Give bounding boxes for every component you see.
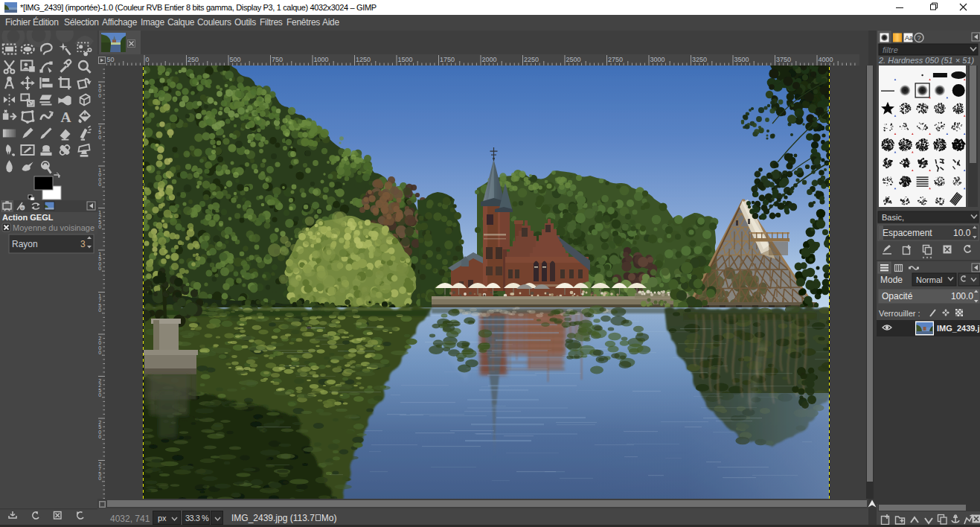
svg-text:Rayon: Rayon	[12, 239, 38, 249]
svg-text:1000: 1000	[314, 56, 329, 63]
svg-text:1250: 1250	[356, 56, 371, 63]
svg-text:500: 500	[230, 56, 241, 63]
svg-text:2500: 2500	[98, 420, 101, 439]
svg-text:100.0: 100.0	[951, 291, 973, 301]
svg-text:4000: 4000	[819, 56, 833, 63]
svg-text:1750: 1750	[98, 293, 101, 313]
svg-text:?: ?	[917, 34, 921, 42]
svg-text:2750: 2750	[98, 461, 101, 481]
svg-text:1750: 1750	[440, 56, 455, 63]
svg-text:Action GEGL: Action GEGL	[2, 213, 54, 222]
svg-text:1000: 1000	[98, 167, 101, 187]
svg-text:Mode: Mode	[880, 275, 903, 285]
svg-text:1250: 1250	[98, 210, 101, 229]
svg-text:0: 0	[146, 56, 150, 63]
svg-text:3750: 3750	[776, 56, 791, 63]
svg-text:A: A	[61, 109, 71, 125]
svg-text:250: 250	[188, 56, 199, 63]
svg-text:2000: 2000	[98, 336, 101, 355]
svg-text:1500: 1500	[398, 56, 413, 63]
svg-text:2250: 2250	[98, 378, 101, 397]
svg-text:3500: 3500	[734, 56, 749, 63]
svg-text:10.0: 10.0	[953, 228, 971, 238]
svg-text:Aa: Aa	[905, 34, 913, 42]
svg-text:Verrouiller :: Verrouiller :	[879, 309, 920, 318]
svg-text:3000: 3000	[650, 56, 665, 63]
svg-text:750: 750	[272, 56, 283, 63]
svg-text:IMG_2439.j: IMG_2439.j	[937, 324, 979, 333]
svg-text:Espacement: Espacement	[883, 228, 932, 238]
svg-text:Normal: Normal	[916, 275, 942, 284]
svg-text:750: 750	[98, 125, 101, 140]
svg-text:1500: 1500	[98, 252, 101, 271]
svg-text:filtre: filtre	[883, 45, 898, 54]
svg-text:Opacité: Opacité	[882, 291, 913, 301]
svg-text:2500: 2500	[566, 56, 581, 63]
svg-text:2750: 2750	[608, 56, 623, 63]
svg-text:2250: 2250	[524, 56, 539, 63]
svg-text:2. Hardness 050 (51 × 51): 2. Hardness 050 (51 × 51)	[878, 56, 974, 65]
svg-text:2000: 2000	[482, 56, 497, 63]
svg-text:3250: 3250	[692, 56, 707, 63]
svg-text:3: 3	[80, 239, 86, 249]
svg-text:Moyenne du voisinage: Moyenne du voisinage	[13, 223, 95, 232]
svg-text:Basic,: Basic,	[882, 213, 904, 222]
svg-text:50: 50	[107, 56, 115, 63]
svg-text:500: 500	[98, 83, 101, 98]
